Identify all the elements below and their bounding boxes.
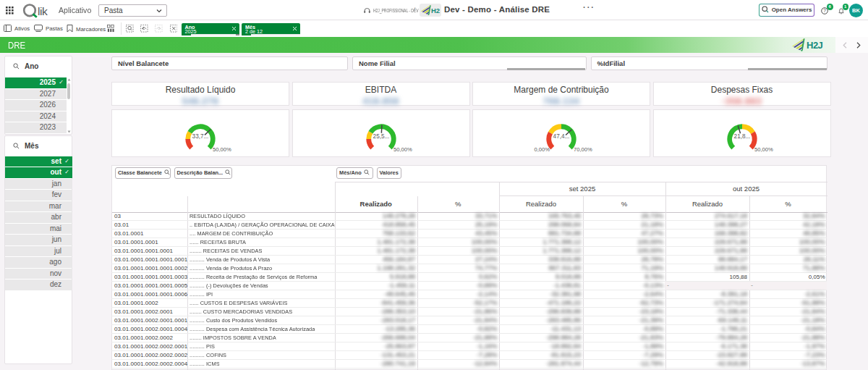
svg-text:lik: lik bbox=[38, 5, 48, 17]
